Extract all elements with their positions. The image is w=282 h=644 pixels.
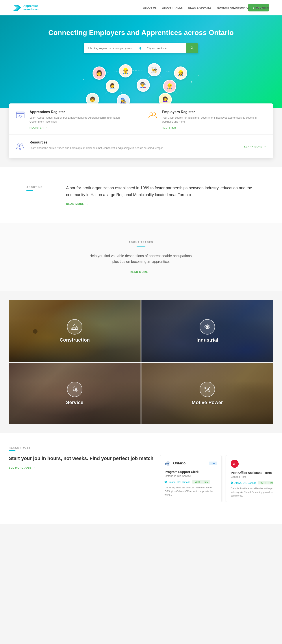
ontario-logo: ON Ontario [165, 460, 185, 467]
trade-card-construction[interactable]: Construction ⬤ [9, 300, 141, 362]
svg-point-21 [19, 115, 21, 117]
avatar-node-6: 👨‍🏭 [137, 78, 150, 92]
resources-card: Resources Learn about the skilled trades… [9, 135, 273, 158]
job-title-2: Post Office Assistant - Term [231, 471, 273, 474]
avatar-node-4: 👷‍♀️ [174, 66, 187, 80]
employers-register-link[interactable]: REGISTER [162, 126, 267, 129]
job-desc-2: Canada Post is a world leader in the pos… [231, 487, 273, 498]
search-button[interactable] [186, 43, 198, 53]
see-more-jobs-link[interactable]: SEE MORE JOBS [9, 466, 153, 469]
job-card-header-canada-post: CP NEW [231, 460, 273, 468]
motive-power-icon [200, 382, 215, 397]
trade-card-industrial[interactable]: Industrial [141, 300, 273, 362]
svg-point-15 [191, 81, 192, 82]
svg-point-25 [153, 113, 156, 115]
network-illustration: 👩 👷 👨‍🍳 👷‍♀️ 👩‍💼 👨‍🏭 👷‍♂️ 👨 👩‍🔧 👩‍🦱 [75, 62, 207, 106]
ontario-logo-icon: ON [165, 460, 172, 467]
job-company-1: Ontario Public Service [165, 474, 217, 478]
job-location-1: Ontario, ON, Canada [165, 481, 190, 483]
jobs-cta: Start your job in hours, not weeks. Find… [9, 455, 153, 502]
resources-content: Resources Learn about the skilled trades… [30, 140, 266, 153]
trade-card-service[interactable]: Service [9, 363, 141, 424]
hero-section: Connecting Employers and Apprentices acr… [0, 16, 282, 108]
nav-about-us[interactable]: ABOUT US [143, 6, 157, 9]
trades-label-underline [137, 246, 145, 246]
register-cards: Apprentices Register Learn About Trades,… [9, 104, 273, 135]
apprentices-card: Apprentices Register Learn About Trades,… [9, 104, 141, 135]
jobs-label-underline [9, 450, 16, 451]
about-content: A not-for-profit organization establishe… [66, 185, 255, 206]
logo-text: Apprentice search.com [23, 4, 39, 11]
svg-point-26 [18, 144, 20, 146]
page-end [0, 516, 282, 524]
logo[interactable]: Apprentice search.com [13, 4, 39, 12]
main-nav: ABOUT US ABOUT TRADES NEWS & UPDATES CON… [143, 0, 269, 16]
motive-power-overlay: Motive Power [141, 363, 273, 424]
ontario-wordmark: Ontario [173, 461, 185, 465]
svg-point-24 [150, 113, 152, 115]
job-card-header-ontario: ON Ontario true [165, 460, 217, 467]
search-bar [84, 43, 198, 53]
job-meta-1: Ontario, ON, Canada PART - TIME [165, 480, 217, 484]
svg-point-27 [21, 144, 23, 146]
employers-icon [148, 110, 158, 120]
industrial-label: Industrial [196, 337, 218, 343]
apprentices-register-link[interactable]: REGISTER [30, 126, 134, 129]
hero-title: Connecting Employers and Apprentices acr… [9, 28, 273, 37]
employers-content: Employers Register Post a job, search fo… [162, 110, 267, 129]
employers-card: Employers Register Post a job, search fo… [141, 104, 273, 135]
about-section: ABOUT US A not-for-profit organization e… [0, 167, 282, 223]
nav-news[interactable]: NEWS & UPDATES [188, 6, 212, 9]
industrial-icon [200, 319, 215, 334]
logo-icon [13, 4, 21, 12]
resources-text: Resources Learn about the skilled trades… [30, 140, 163, 153]
search-input[interactable] [84, 44, 136, 52]
svg-point-16 [198, 75, 199, 76]
canada-post-logo-icon: CP [231, 460, 239, 468]
avatar-node-7: 👷‍♂️ [163, 80, 176, 93]
trade-card-motive-power[interactable]: Motive Power [141, 363, 273, 424]
resources-icon [16, 142, 25, 152]
avatar-node-2: 👷 [119, 64, 132, 78]
svg-rect-32 [74, 328, 76, 330]
avatar-node-5: 👩‍💼 [106, 80, 119, 93]
apprentices-content: Apprentices Register Learn About Trades,… [30, 110, 134, 129]
svg-rect-20 [16, 112, 24, 114]
construction-overlay: Construction [9, 300, 141, 362]
job-company-2: Canada Post [231, 476, 273, 478]
nav-about-trades[interactable]: ABOUT TRADES [162, 6, 183, 9]
job-cards: ON Ontario true Program Support Clerk On… [160, 455, 273, 502]
trades-grid: Construction ⬤ Industrial [9, 300, 273, 424]
nav-support[interactable]: SUPPORT APPSEARCH [239, 6, 269, 9]
jobs-section: RECENT JOBS Start your job in hours, not… [0, 433, 282, 516]
avatar-node-3: 👨‍🍳 [148, 63, 161, 76]
location-input[interactable] [143, 44, 184, 52]
nav-contact[interactable]: CONTACT US [217, 6, 234, 9]
construction-icon [67, 319, 82, 334]
svg-point-18 [88, 92, 89, 93]
job-location-2: Ottawa, ON, Canada [231, 482, 256, 484]
avatar-node-1: 👩 [93, 66, 106, 80]
job-desc-1: Currently, there are over 25 ministries … [165, 486, 217, 497]
trades-read-more-link[interactable]: READ MORE [130, 270, 152, 274]
trades-intro-section: ABOUT TRADES Help you find valuable desc… [0, 223, 282, 292]
construction-label: Construction [60, 337, 90, 343]
motive-power-label: Motive Power [192, 400, 223, 406]
location-field [136, 44, 187, 52]
about-read-more-link[interactable]: READ MORE [66, 202, 255, 206]
apprentices-icon [16, 110, 25, 120]
svg-text:CP: CP [233, 462, 237, 466]
cursor-indicator: ⬤ [33, 328, 38, 334]
job-meta-2: Ottawa, ON, Canada PART - TIME [231, 481, 273, 484]
service-icon [67, 382, 82, 397]
canada-post-logo: CP [231, 460, 239, 468]
svg-text:ON: ON [165, 462, 169, 465]
resources-learn-more-link[interactable]: LEARN MORE [244, 145, 266, 148]
header: Apprentice search.com EN LOG IN SIGN UP … [0, 0, 282, 16]
svg-point-17 [83, 79, 84, 80]
industrial-overlay: Industrial [141, 300, 273, 362]
jobs-inner: Start your job in hours, not weeks. Find… [9, 455, 273, 502]
service-overlay: Service [9, 363, 141, 424]
trades-section-label: ABOUT TRADES [9, 241, 273, 244]
new-badge-1: true [209, 462, 217, 465]
